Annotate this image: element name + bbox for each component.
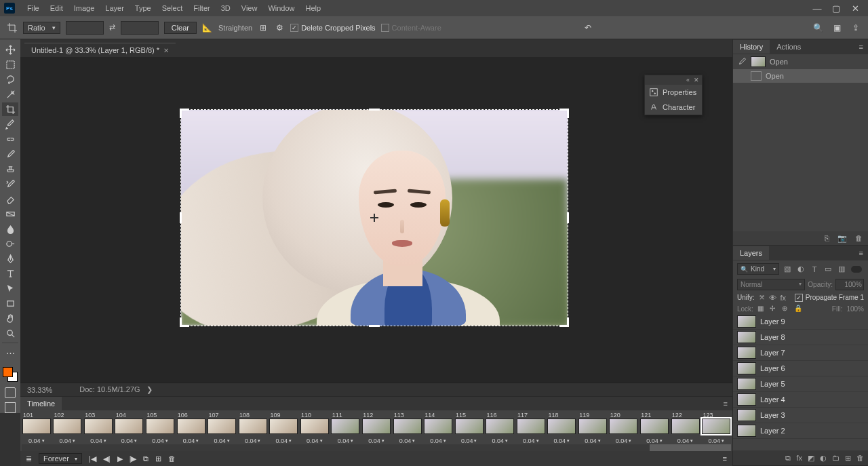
timeline-frame[interactable]: 1200.04 [609, 412, 639, 444]
layer-item[interactable]: 👁Layer 9 [733, 314, 868, 330]
timeline-frame[interactable]: 1160.04 [485, 412, 515, 444]
trash-icon[interactable]: 🗑 [855, 234, 863, 242]
menu-filter[interactable]: Filter [188, 1, 215, 15]
timeline-frame[interactable]: 1060.04 [176, 412, 206, 444]
layers-tab[interactable]: Layers [733, 246, 769, 260]
menu-image[interactable]: Image [68, 1, 100, 15]
unify-style-icon[interactable]: fx [781, 294, 787, 302]
straighten-label[interactable]: Straighten [218, 24, 252, 32]
menu-edit[interactable]: Edit [45, 1, 68, 15]
move-tool[interactable] [2, 43, 18, 56]
frame-duration[interactable]: 0.04 [121, 438, 138, 444]
filter-kind-select[interactable]: Kind [737, 263, 779, 275]
convert-timeline-icon[interactable]: ≣ [26, 454, 32, 463]
frame-duration[interactable]: 0.04 [28, 438, 45, 444]
opacity-input[interactable]: 100% [835, 279, 864, 290]
play-icon[interactable]: ▶ [117, 454, 123, 463]
ratio-select[interactable]: Ratio [23, 22, 60, 34]
frame-duration[interactable]: 0.04 [338, 438, 354, 444]
floating-panel[interactable]: «✕ Properties Character [644, 75, 703, 115]
layer-item[interactable]: 👁Layer 7 [733, 345, 868, 361]
prev-frame-icon[interactable]: ◀| [103, 454, 111, 463]
filter-pixel-icon[interactable]: ▧ [782, 265, 793, 274]
healing-brush-tool[interactable] [2, 132, 18, 146]
brush-tool[interactable] [2, 147, 18, 161]
timeline-frame[interactable]: 1020.04 [53, 412, 83, 444]
clear-button[interactable]: Clear [164, 22, 197, 34]
maximize-icon[interactable]: ▢ [831, 3, 841, 14]
minimize-icon[interactable]: — [812, 3, 822, 14]
share-icon[interactable]: ⇪ [850, 22, 861, 33]
menu-view[interactable]: View [236, 1, 263, 15]
frame-duration[interactable]: 0.04 [307, 438, 323, 444]
delete-cropped-checkbox[interactable]: ✓Delete Cropped Pixels [290, 24, 375, 32]
crop-handle-r[interactable] [567, 212, 569, 223]
canvas-area[interactable] [20, 57, 732, 383]
straighten-icon[interactable]: 📐 [202, 22, 213, 33]
pen-tool[interactable] [2, 252, 18, 265]
timeline-frame[interactable]: 1180.04 [547, 412, 577, 444]
collapse-icon[interactable]: « [686, 77, 690, 83]
document-tab[interactable]: Untitled-1 @ 33.3% (Layer 1, RGB/8) *✕ [24, 43, 176, 57]
menu-window[interactable]: Window [262, 1, 300, 15]
timeline-frame[interactable]: 1080.04 [238, 412, 268, 444]
frame-duration[interactable]: 0.04 [214, 438, 230, 444]
character-tab[interactable]: Character [645, 100, 702, 115]
frame-duration[interactable]: 0.04 [646, 438, 663, 444]
loop-select[interactable]: Forever [39, 453, 82, 464]
frame-duration[interactable]: 0.04 [276, 438, 292, 444]
eraser-tool[interactable] [2, 192, 18, 206]
frame-duration[interactable]: 0.04 [90, 438, 106, 444]
panel-menu-icon[interactable]: ≡ [719, 400, 732, 408]
search-icon[interactable]: 🔍 [812, 22, 823, 33]
delete-layer-icon[interactable]: 🗑 [856, 454, 864, 462]
group-icon[interactable]: 🗀 [832, 454, 840, 462]
panel-menu-icon[interactable]: ≡ [855, 43, 868, 51]
timeline-frame[interactable]: 1170.04 [516, 412, 546, 444]
new-layer-icon[interactable]: ⊞ [845, 454, 851, 463]
frame-duration[interactable]: 0.04 [368, 438, 384, 444]
layer-mask-icon[interactable]: ◩ [808, 454, 814, 463]
crop-width-input[interactable] [66, 21, 104, 35]
menu-help[interactable]: Help [300, 1, 327, 15]
hand-tool[interactable] [2, 311, 18, 325]
timeline-frame[interactable]: 1100.04 [300, 412, 330, 444]
zoom-level[interactable]: 33.33% [27, 386, 52, 394]
frame-duration[interactable]: 0.04 [399, 438, 416, 444]
type-tool[interactable] [2, 267, 18, 280]
lasso-tool[interactable] [2, 73, 18, 86]
timeline-menu-icon[interactable]: ≡ [723, 454, 727, 463]
frame-duration[interactable]: 0.04 [554, 438, 570, 444]
lock-nested-icon[interactable]: ⊕ [782, 305, 790, 313]
link-layers-icon[interactable]: ⧉ [785, 454, 791, 463]
actions-tab[interactable]: Actions [770, 40, 808, 54]
crop-handle-tr[interactable] [559, 109, 569, 118]
layer-item[interactable]: 👁Layer 2 [733, 423, 868, 439]
artboard[interactable] [181, 110, 568, 326]
frame-duration[interactable]: 0.04 [677, 438, 694, 444]
clone-stamp-tool[interactable] [2, 162, 18, 176]
frame-duration[interactable]: 0.04 [708, 438, 724, 444]
history-snapshot[interactable]: Open [733, 54, 868, 69]
screen-mode-icon[interactable]: ▣ [831, 22, 842, 33]
frame-duration[interactable]: 0.04 [616, 438, 632, 444]
filter-type-icon[interactable]: T [809, 265, 820, 274]
fill-input[interactable]: 100% [846, 305, 864, 313]
timeline-frame[interactable]: 1040.04 [115, 412, 144, 444]
close-tab-icon[interactable]: ✕ [163, 47, 169, 54]
filter-shape-icon[interactable]: ▭ [823, 265, 833, 274]
quickmask-icon[interactable] [5, 387, 16, 398]
tween-icon[interactable]: ⧉ [143, 454, 149, 463]
panel-menu-icon[interactable]: ≡ [855, 249, 868, 257]
frame-duration[interactable]: 0.04 [585, 438, 601, 444]
color-swatches[interactable] [3, 367, 18, 382]
screenmode-icon[interactable] [5, 402, 16, 413]
timeline-frame[interactable]: 1090.04 [269, 412, 299, 444]
magic-wand-tool[interactable] [2, 88, 18, 101]
crop-handle-bl[interactable] [180, 317, 189, 327]
panel-close-icon[interactable]: ✕ [694, 77, 699, 83]
menu-type[interactable]: Type [130, 1, 157, 15]
path-select-tool[interactable] [2, 281, 18, 295]
menu-select[interactable]: Select [157, 1, 189, 15]
frame-duration[interactable]: 0.04 [183, 438, 199, 444]
